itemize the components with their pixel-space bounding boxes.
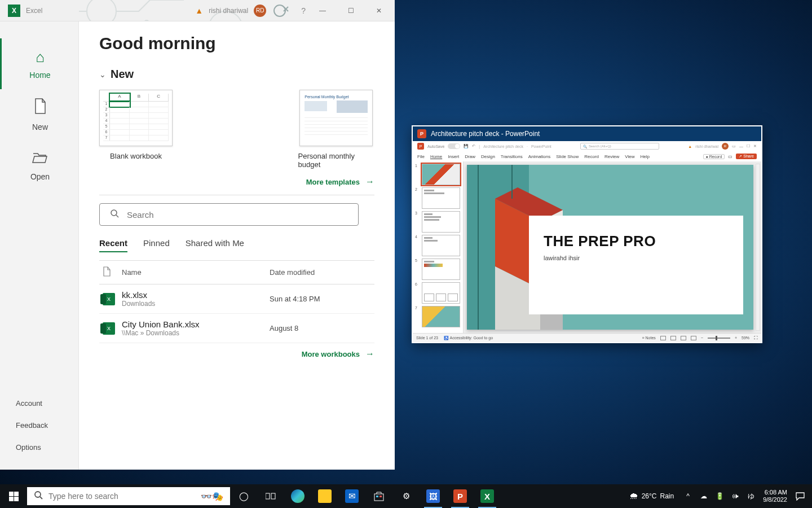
ribbon-tab-design[interactable]: Design — [481, 154, 495, 159]
undo-icon[interactable]: ↶ — [472, 144, 475, 148]
weather-widget[interactable]: 🌧 26°C Rain — [624, 491, 680, 501]
zoom-in-button[interactable]: + — [735, 336, 737, 340]
col-name-header[interactable]: Name — [122, 268, 270, 277]
ribbon-tab-transitions[interactable]: Transitions — [501, 154, 523, 159]
minimize-button[interactable]: — — [311, 2, 334, 19]
sidebar-open[interactable]: Open — [0, 140, 78, 191]
vertical-scrollbar[interactable] — [756, 164, 760, 331]
ribbon-tab-help[interactable]: Help — [641, 154, 650, 159]
taskbar-explorer[interactable] — [311, 484, 338, 508]
slide-thumbnails-panel[interactable]: 1 2 3 4 5 6 7 — [413, 161, 464, 333]
slide-thumb-4[interactable]: 4 — [415, 235, 461, 256]
record-button[interactable]: ● Record — [703, 154, 725, 159]
sidebar-account[interactable]: Account — [16, 392, 78, 414]
autosave-toggle[interactable] — [448, 143, 460, 149]
sidebar-feedback[interactable]: Feedback — [16, 414, 78, 436]
slide-thumb-7[interactable]: 7 — [415, 306, 461, 327]
network-icon[interactable]: 🕪 — [728, 484, 743, 508]
sidebar-home[interactable]: ⌂ Home — [0, 38, 78, 89]
tab-pinned[interactable]: Pinned — [143, 238, 170, 252]
ribbon-tab-home[interactable]: Home — [430, 154, 442, 159]
warning-icon[interactable]: ▲ — [688, 144, 692, 148]
template-blank-workbook[interactable]: ABC 1 2 3 4 5 6 7 Blank workbook — [99, 90, 173, 169]
search-box[interactable] — [99, 203, 359, 226]
file-row[interactable]: X City Union Bank.xlsx \\Mac » Downloads… — [99, 314, 374, 343]
system-clock[interactable]: 6:08 AM 9/8/2022 — [760, 489, 791, 503]
ribbon-tab-slideshow[interactable]: Slide Show — [556, 154, 579, 159]
maximize-button[interactable]: ☐ — [339, 2, 362, 19]
slide-editor-area[interactable]: THE PREP PRO lawirahd ihsir — [464, 161, 761, 333]
user-avatar[interactable]: RD — [254, 5, 266, 17]
save-icon[interactable]: 💾 — [464, 144, 469, 148]
slide-thumb-6[interactable]: 6 — [415, 282, 461, 304]
ppt-search-box[interactable]: 🔍Search (Alt+Q) — [580, 143, 659, 150]
close-button[interactable]: ✕ — [368, 2, 390, 19]
fit-to-window-icon[interactable]: ⛶ — [754, 336, 758, 340]
tab-recent[interactable]: Recent — [99, 238, 127, 252]
taskbar-edge[interactable] — [284, 484, 311, 508]
user-name-label[interactable]: rishi dhariwal — [209, 7, 248, 15]
search-highlight-icon[interactable]: 👓🎭 — [201, 491, 223, 502]
slide-thumb-5[interactable]: 5 — [415, 259, 461, 280]
taskbar-photos[interactable]: 🖼 — [420, 484, 447, 508]
reading-view-icon[interactable] — [681, 336, 686, 340]
input-method-icon[interactable]: ゆ — [744, 484, 758, 508]
slideshow-view-icon[interactable] — [691, 336, 696, 340]
action-center-button[interactable] — [792, 492, 809, 501]
minimize-button[interactable]: — — [739, 144, 743, 148]
sidebar-new[interactable]: New — [0, 89, 78, 140]
ribbon-tab-review[interactable]: Review — [604, 154, 619, 159]
search-input[interactable] — [127, 210, 348, 220]
more-templates-link[interactable]: More templates→ — [99, 177, 374, 187]
share-button[interactable]: ↗ Share — [736, 154, 757, 159]
task-view-button[interactable] — [257, 484, 284, 508]
start-button[interactable] — [0, 484, 27, 508]
tray-overflow[interactable]: ^ — [681, 484, 695, 508]
template-budget[interactable]: Personal Monthly Budget Personal monthly… — [298, 90, 375, 169]
chevron-down-icon[interactable]: ⌄ — [99, 70, 106, 79]
warning-icon[interactable]: ▲ — [195, 6, 203, 15]
zoom-slider[interactable] — [708, 338, 730, 339]
ribbon-tab-view[interactable]: View — [625, 154, 634, 159]
sidebar-options[interactable]: Options — [16, 436, 78, 458]
battery-icon[interactable]: 🔋 — [712, 484, 727, 508]
taskbar-powerpoint[interactable]: P — [447, 484, 474, 508]
taskbar-excel[interactable]: X — [474, 484, 501, 508]
file-row[interactable]: X kk.xlsx Downloads Sun at 4:18 PM — [99, 284, 374, 314]
normal-view-icon[interactable] — [660, 336, 666, 340]
user-avatar[interactable]: R — [722, 143, 729, 150]
present-icon[interactable]: ▭ — [728, 154, 732, 159]
excel-titlebar[interactable]: X Excel ▲ rishi dhariwal RD ? — ☐ ✕ — [0, 0, 395, 21]
more-workbooks-link[interactable]: More workbooks→ — [99, 349, 374, 359]
slide-thumb-2[interactable]: 2 — [415, 187, 461, 209]
onedrive-icon[interactable]: ☁ — [696, 484, 711, 508]
ribbon-tab-record[interactable]: Record — [584, 154, 599, 159]
taskbar-settings[interactable]: ⚙ — [392, 484, 420, 508]
zoom-level[interactable]: 59% — [742, 336, 749, 340]
sorter-view-icon[interactable] — [670, 336, 676, 340]
close-button[interactable]: ✕ — [753, 144, 757, 148]
slide-textbox[interactable]: THE PREP PRO lawirahd ihsir — [529, 216, 743, 314]
accessibility-status[interactable]: ♿ Accessibility: Good to go — [444, 336, 493, 340]
cortana-button[interactable]: ◯ — [230, 484, 257, 508]
tab-shared[interactable]: Shared with Me — [186, 238, 244, 252]
zoom-out-button[interactable]: − — [701, 336, 703, 340]
help-icon[interactable]: ? — [301, 6, 306, 15]
current-slide[interactable]: THE PREP PRO lawirahd ihsir — [467, 165, 753, 330]
ribbon-mode-icon[interactable]: ▭ — [732, 144, 736, 148]
slide-counter[interactable]: Slide 1 of 23 — [416, 336, 438, 340]
maximize-button[interactable]: ☐ — [747, 144, 750, 148]
slide-thumb-1[interactable]: 1 — [415, 164, 461, 185]
ribbon-tab-animations[interactable]: Animations — [528, 154, 551, 159]
taskbar-search-input[interactable] — [48, 492, 195, 501]
taskbar-mail[interactable]: ✉ — [338, 484, 365, 508]
powerpoint-preview-window[interactable]: P Architecture pitch deck - PowerPoint P… — [412, 125, 762, 343]
ribbon-tab-insert[interactable]: Insert — [448, 154, 459, 159]
taskbar-search[interactable]: 👓🎭 — [27, 487, 230, 505]
ribbon-tab-file[interactable]: File — [417, 154, 425, 159]
slide-thumb-3[interactable]: 3 — [415, 211, 461, 233]
ribbon-tab-draw[interactable]: Draw — [465, 154, 475, 159]
col-date-header[interactable]: Date modified — [270, 268, 371, 277]
taskbar-store[interactable] — [365, 484, 392, 508]
notes-button[interactable]: ≡ Notes — [642, 336, 655, 340]
